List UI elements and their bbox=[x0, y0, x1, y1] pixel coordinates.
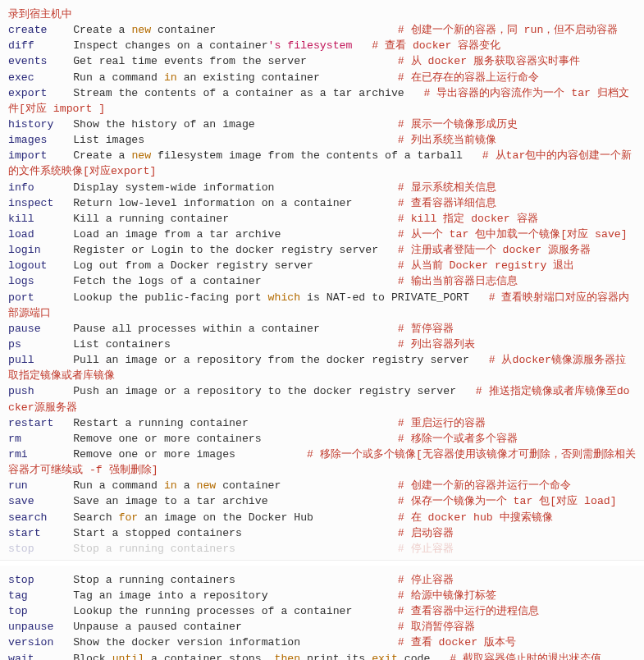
command-name: images bbox=[8, 134, 73, 146]
docker-help-listing: 录到宿主机中 create Create a new container # 创… bbox=[8, 7, 636, 557]
command-name: events bbox=[8, 55, 73, 67]
command-name: ps bbox=[8, 338, 73, 351]
comment: # 保存一个镜像为一个 tar 包[对应 load] bbox=[398, 495, 617, 507]
command-name: start bbox=[8, 527, 73, 539]
command-name: unpause bbox=[8, 621, 73, 633]
comment: # 创建一个新的容器，同 run，但不启动容器 bbox=[398, 24, 618, 36]
command-name: export bbox=[8, 87, 73, 99]
comment: # 查看容器详细信息 bbox=[398, 197, 496, 209]
command-name: save bbox=[8, 495, 73, 507]
command-name: create bbox=[8, 24, 73, 36]
command-name: top bbox=[8, 605, 73, 617]
comment: # 重启运行的容器 bbox=[398, 417, 486, 429]
command-name: search bbox=[8, 511, 73, 524]
command-name: version bbox=[8, 636, 73, 649]
command-name: history bbox=[8, 118, 73, 131]
command-name: run bbox=[8, 479, 73, 492]
comment: # 暂停容器 bbox=[398, 323, 454, 335]
comment: # 查看 docker 版本号 bbox=[398, 636, 516, 649]
command-name: pull bbox=[8, 354, 73, 366]
comment: # 在已存在的容器上运行命令 bbox=[398, 71, 539, 84]
command-name: rmi bbox=[8, 448, 73, 461]
command-name: logout bbox=[8, 259, 73, 272]
comment: # 启动容器 bbox=[398, 527, 454, 539]
comment: # 列出容器列表 bbox=[398, 338, 475, 351]
code-block-top: 录到宿主机中 create Create a new container # 创… bbox=[0, 0, 644, 561]
command-name: pause bbox=[8, 323, 73, 335]
comment: # 创建一个新的容器并运行一个命令 bbox=[398, 479, 571, 492]
command-name: wait bbox=[8, 653, 73, 660]
comment: # 列出系统当前镜像 bbox=[398, 134, 496, 146]
command-name: push bbox=[8, 385, 73, 397]
intro-comment: 录到宿主机中 bbox=[8, 8, 72, 21]
command-name: load bbox=[8, 228, 73, 241]
command-name: import bbox=[8, 149, 73, 162]
command-name: logs bbox=[8, 275, 73, 287]
command-name: stop bbox=[8, 543, 73, 555]
comment: # 停止容器 bbox=[398, 543, 454, 555]
command-name: inspect bbox=[8, 197, 73, 209]
command-name: login bbox=[8, 244, 73, 256]
comment: # 取消暂停容器 bbox=[398, 621, 475, 633]
command-name: restart bbox=[8, 417, 73, 429]
comment: # 给源中镜像打标签 bbox=[398, 589, 496, 602]
comment: # 在 docker hub 中搜索镜像 bbox=[398, 511, 553, 524]
comment: # 输出当前容器日志信息 bbox=[398, 275, 518, 287]
comment: # 从一个 tar 包中加载一个镜像[对应 save] bbox=[398, 228, 628, 241]
comment: # 截取容器停止时的退出状态值 bbox=[450, 653, 601, 660]
comment: # 显示系统相关信息 bbox=[398, 181, 496, 194]
command-name: info bbox=[8, 181, 73, 194]
comment: # 展示一个镜像形成历史 bbox=[398, 118, 518, 131]
comment: # 查看 docker 容器变化 bbox=[372, 39, 500, 52]
comment: # 查看容器中运行的进程信息 bbox=[398, 605, 539, 617]
comment: # 从 docker 服务获取容器实时事件 bbox=[398, 55, 580, 67]
comment: # 移除一个或者多个容器 bbox=[398, 433, 518, 445]
comment: # 停止容器 bbox=[398, 574, 454, 586]
command-name: diff bbox=[8, 39, 73, 52]
command-name: stop bbox=[8, 574, 73, 586]
comment: # 从当前 Docker registry 退出 bbox=[398, 259, 574, 272]
command-name: rm bbox=[8, 433, 73, 445]
docker-help-listing-continued: stop Stop a running containers # 停止容器 ta… bbox=[8, 572, 636, 660]
command-name: kill bbox=[8, 213, 73, 225]
command-name: port bbox=[8, 291, 73, 304]
code-block-bottom: stop Stop a running containers # 停止容器 ta… bbox=[0, 566, 644, 660]
command-name: exec bbox=[8, 71, 73, 84]
comment: # kill 指定 docker 容器 bbox=[398, 213, 538, 225]
command-name: tag bbox=[8, 589, 73, 602]
comment: # 注册或者登陆一个 docker 源服务器 bbox=[398, 244, 591, 256]
